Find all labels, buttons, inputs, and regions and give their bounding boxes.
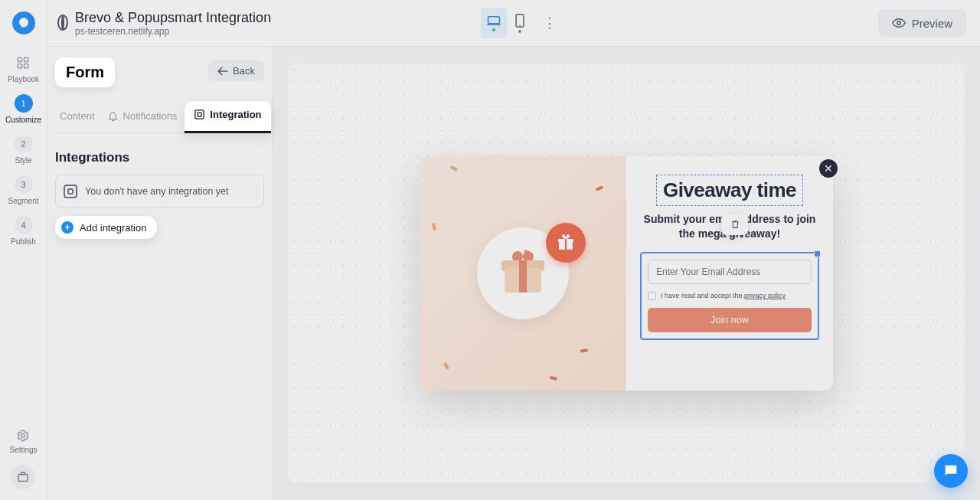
chat-fab[interactable]	[934, 454, 968, 488]
back-button[interactable]: Back	[208, 60, 264, 81]
rail-customize[interactable]: 1 Customize	[5, 94, 41, 124]
artboard[interactable]: Giveaway time Submit your email address …	[288, 64, 965, 483]
step-4-badge: 4	[15, 216, 33, 234]
svg-rect-11	[195, 110, 204, 119]
rail-playbook[interactable]: Playbook	[8, 54, 39, 83]
plus-icon: +	[61, 221, 74, 234]
trash-icon	[730, 219, 740, 230]
rail-segment[interactable]: 3 Segment	[8, 175, 38, 205]
bell-icon	[107, 110, 119, 122]
consent-row: I have read and accept the privacy polic…	[648, 292, 812, 300]
canvas-area: Giveaway time Submit your email address …	[273, 47, 980, 500]
integration-placeholder-icon	[64, 185, 77, 198]
gift-illustration	[477, 227, 569, 319]
svg-point-9	[21, 434, 25, 438]
close-icon: ✕	[824, 162, 833, 175]
gear-icon	[16, 429, 30, 443]
left-rail: Playbook 1 Customize 2 Style 3 Segment 4…	[0, 0, 47, 500]
svg-rect-8	[24, 64, 28, 68]
top-bar: Brevo & Popupsmart Integration ps-testce…	[47, 0, 980, 47]
svg-rect-1	[487, 24, 501, 25]
email-input[interactable]	[648, 260, 812, 284]
integrations-empty-text: You don't have any integration yet	[85, 186, 228, 197]
join-button[interactable]: Join now	[648, 308, 812, 332]
add-integration-label: Add integration	[80, 222, 146, 234]
chat-icon	[942, 462, 959, 479]
add-integration-button[interactable]: + Add integration	[55, 216, 157, 239]
popup-close-button[interactable]: ✕	[819, 159, 838, 178]
headline-selection[interactable]: Giveaway time	[656, 175, 803, 206]
step-3-badge: 3	[15, 175, 33, 194]
globe-icon	[61, 16, 64, 30]
svg-rect-0	[488, 16, 500, 23]
gift-badge-icon	[546, 223, 586, 263]
svg-rect-7	[18, 64, 22, 68]
integrations-heading: Integrations	[55, 150, 264, 165]
tab-integration[interactable]: Integration	[185, 101, 270, 133]
popup-form-selection[interactable]: I have read and accept the privacy polic…	[640, 252, 819, 340]
rail-style[interactable]: 2 Style	[15, 135, 33, 165]
grid-icon	[14, 54, 32, 72]
delete-element-button[interactable]	[722, 214, 748, 235]
form-title-chip: Form	[55, 57, 115, 87]
popup-form-side: Giveaway time Submit your email address …	[626, 156, 833, 391]
tab-content[interactable]: Content	[55, 103, 100, 131]
rail-settings[interactable]: Settings	[9, 429, 37, 454]
rail-workspace-button[interactable]	[11, 465, 35, 489]
svg-rect-12	[198, 113, 201, 116]
eye-icon	[892, 16, 906, 30]
integrations-empty-card: You don't have any integration yet	[55, 175, 264, 208]
side-panel: Form Back Content Notifications Integrat…	[47, 47, 273, 500]
popup-preview: Giveaway time Submit your email address …	[420, 156, 833, 391]
step-1-badge: 1	[15, 94, 33, 113]
preview-label: Preview	[912, 17, 952, 30]
page-title: Brevo & Popupsmart Integration	[75, 10, 271, 26]
rail-publish[interactable]: 4 Publish	[11, 216, 36, 246]
privacy-link[interactable]: privacy policy	[744, 292, 786, 299]
page-subtitle: ps-testceren.netlify.app	[75, 26, 271, 37]
preview-button[interactable]: Preview	[878, 9, 966, 37]
tab-notifications[interactable]: Notifications	[103, 103, 182, 131]
briefcase-icon	[17, 471, 29, 483]
svg-rect-10	[18, 475, 28, 482]
svg-point-3	[519, 24, 521, 25]
svg-rect-5	[18, 57, 22, 61]
integration-icon	[194, 109, 205, 120]
popup-image-side	[420, 156, 626, 391]
consent-checkbox[interactable]	[648, 292, 656, 300]
arrow-left-icon	[217, 67, 228, 76]
device-mobile-button[interactable]	[507, 8, 533, 38]
svg-point-4	[897, 21, 900, 25]
svg-rect-15	[565, 239, 567, 250]
back-label: Back	[233, 65, 255, 77]
more-menu-button[interactable]: ⋮	[539, 12, 560, 34]
device-desktop-button[interactable]	[481, 8, 507, 38]
svg-rect-6	[24, 57, 28, 61]
step-2-badge: 2	[15, 135, 33, 153]
popup-headline: Giveaway time	[663, 178, 796, 202]
panel-tabs: Content Notifications Integration	[55, 101, 264, 133]
